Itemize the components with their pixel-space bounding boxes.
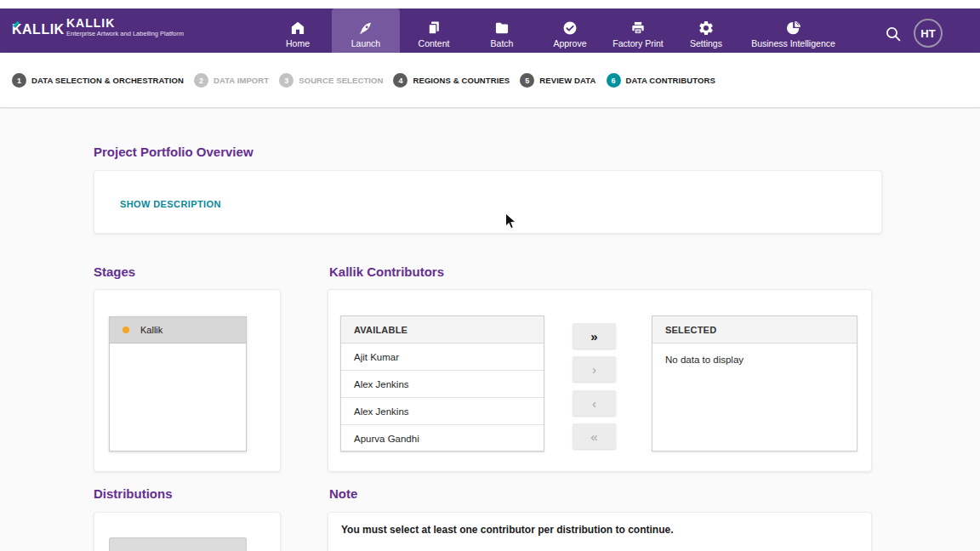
list-item[interactable]: Apurva Gandhi — [341, 425, 544, 452]
selected-list: SELECTED No data to display — [652, 315, 858, 452]
step-regions-countries[interactable]: 4 REGIONS & COUNTRIES — [393, 73, 510, 88]
nav-item-factory-print[interactable]: Factory Print — [604, 9, 672, 53]
nav-item-batch[interactable]: Batch — [468, 9, 536, 53]
nav-item-label: Content — [419, 38, 450, 48]
logo-tagline: Enterprise Artwork and Labelling Platfor… — [66, 30, 184, 38]
step-number-badge: 3 — [279, 73, 293, 88]
step-label: DATA CONTRIBUTORS — [626, 76, 715, 85]
pie-chart-icon — [785, 18, 802, 37]
step-data-selection[interactable]: 1 DATA SELECTION & ORCHESTRATION — [12, 73, 184, 88]
step-data-import: 2 DATA IMPORT — [194, 73, 269, 88]
selected-empty-message: No data to display — [652, 344, 857, 365]
nav-item-business-intelligence[interactable]: Business Intelligence — [740, 9, 846, 53]
step-label: REGIONS & COUNTRIES — [413, 76, 510, 85]
nav-item-content[interactable]: Content — [400, 9, 468, 53]
step-label: SOURCE SELECTION — [299, 76, 383, 85]
kallik-logo-main: KALLIK Enterprise Artwork and Labelling … — [66, 16, 184, 38]
mouse-cursor — [504, 213, 517, 234]
stages-list: Kallik — [109, 316, 247, 452]
description-card: SHOW DESCRIPTION — [94, 170, 882, 234]
kallik-logo-small: KALLIK — [12, 22, 65, 37]
nav-item-label: Settings — [690, 38, 722, 48]
stage-item-label: Kallik — [140, 325, 162, 335]
contributors-card: AVAILABLE Ajit Kumar Alex Jenkins Alex J… — [328, 289, 872, 472]
nav-item-label: Launch — [351, 38, 380, 48]
move-all-left-icon: « — [590, 430, 597, 443]
note-message: You must select at least one contributor… — [341, 524, 673, 536]
distributions-card — [94, 512, 281, 551]
user-avatar[interactable]: HT — [914, 19, 943, 48]
step-number-badge: 6 — [607, 73, 621, 88]
step-number-badge: 4 — [393, 73, 407, 88]
step-data-contributors[interactable]: 6 DATA CONTRIBUTORS — [607, 73, 715, 88]
nav-item-label: Approve — [553, 38, 586, 48]
page-title: Project Portfolio Overview — [94, 145, 254, 159]
wizard-steps: 1 DATA SELECTION & ORCHESTRATION 2 DATA … — [12, 53, 726, 108]
printer-icon — [630, 18, 647, 37]
move-right-icon: › — [592, 363, 596, 376]
stages-title: Stages — [94, 264, 135, 279]
step-review-data[interactable]: 5 REVIEW DATA — [520, 73, 595, 88]
note-card: You must select at least one contributor… — [328, 512, 872, 551]
gear-icon — [698, 18, 715, 37]
list-item[interactable]: Ajit Kumar — [341, 344, 544, 371]
distributions-list-header — [109, 537, 247, 551]
nav-item-label: Home — [286, 38, 310, 48]
move-left-button[interactable]: ‹ — [573, 390, 616, 416]
nav-item-label: Factory Print — [612, 38, 664, 48]
nav-item-settings[interactable]: Settings — [672, 9, 740, 53]
contributors-title: Kallik Contributors — [329, 264, 444, 279]
nav-item-approve[interactable]: Approve — [536, 9, 604, 53]
stages-card: Kallik — [94, 289, 281, 472]
step-number-badge: 5 — [520, 73, 534, 88]
stage-status-dot — [122, 327, 129, 333]
selected-list-header: SELECTED — [652, 316, 857, 344]
app-window: KALLIK KALLIK Enterprise Artwork and Lab… — [0, 0, 980, 551]
move-left-icon: ‹ — [592, 397, 596, 410]
logo-wordmark: KALLIK — [66, 16, 184, 30]
step-label: DATA SELECTION & ORCHESTRATION — [31, 76, 184, 85]
pages-icon — [425, 18, 442, 37]
note-title: Note — [329, 486, 357, 501]
search-icon[interactable] — [883, 24, 903, 44]
stage-item-kallik[interactable]: Kallik — [110, 317, 246, 344]
step-number-badge: 1 — [12, 73, 26, 88]
step-label: REVIEW DATA — [539, 76, 595, 85]
nav-item-label: Batch — [491, 38, 514, 48]
check-circle-icon — [561, 18, 578, 37]
top-navbar: KALLIK KALLIK Enterprise Artwork and Lab… — [0, 9, 980, 53]
available-list-header: AVAILABLE — [341, 316, 544, 344]
show-description-toggle[interactable]: SHOW DESCRIPTION — [120, 199, 221, 209]
move-all-left-button[interactable]: « — [573, 423, 616, 449]
wizard-stepper-bar: 1 DATA SELECTION & ORCHESTRATION 2 DATA … — [0, 53, 980, 108]
rocket-icon — [357, 18, 374, 37]
distributions-title: Distributions — [94, 486, 173, 501]
nav-item-launch[interactable]: Launch — [332, 9, 400, 53]
move-all-right-button[interactable]: » — [573, 323, 616, 349]
step-label: DATA IMPORT — [214, 76, 269, 85]
folder-icon — [493, 18, 510, 37]
step-source-selection: 3 SOURCE SELECTION — [279, 73, 383, 88]
nav-item-home[interactable]: Home — [264, 9, 332, 53]
move-right-button[interactable]: › — [573, 356, 616, 382]
list-item[interactable]: Alex Jenkins — [341, 398, 544, 425]
list-item[interactable]: Alex Jenkins — [341, 371, 544, 398]
available-list: AVAILABLE Ajit Kumar Alex Jenkins Alex J… — [340, 315, 544, 452]
home-icon — [289, 18, 306, 37]
step-number-badge: 2 — [194, 73, 208, 88]
nav-item-label: Business Intelligence — [751, 38, 835, 48]
move-all-right-icon: » — [590, 330, 597, 343]
